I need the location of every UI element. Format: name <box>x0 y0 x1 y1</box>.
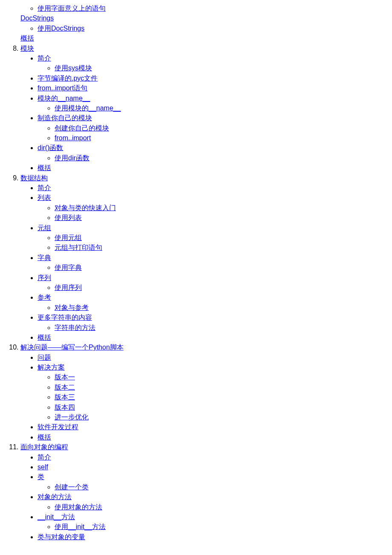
section-link[interactable]: __init__方法 <box>37 513 75 520</box>
subsection-link[interactable]: 版本一 <box>55 373 75 381</box>
subsection-item: 版本四 <box>55 403 389 412</box>
toc-main-list: 模块简介使用sys模块字节编译的.pyc文件from..import语句模块的_… <box>3 44 389 542</box>
section-item: __init__方法使用__init__方法 <box>37 512 389 532</box>
subsection-link[interactable]: 使用序列 <box>55 284 82 291</box>
subsection-list: 使用模块的__name__ <box>37 104 389 113</box>
subsection-link[interactable]: 对象与参考 <box>55 304 89 311</box>
section-link[interactable]: 类与对象的变量 <box>37 533 85 541</box>
section-item: 对象的方法使用对象的方法 <box>37 492 389 512</box>
section-link[interactable]: dir()函数 <box>37 144 63 151</box>
chapter-9: 数据结构简介列表对象与类的快速入门使用列表元组使用元组元组与打印语句字典使用字典… <box>20 173 389 343</box>
section-link[interactable]: 对象的方法 <box>37 493 72 500</box>
link-docstrings[interactable]: DocStrings <box>20 14 54 22</box>
section-link[interactable]: 问题 <box>37 354 51 361</box>
subsection-item: 使用元组 <box>55 233 389 243</box>
chapter-section-list: 简介使用sys模块字节编译的.pyc文件from..import语句模块的__n… <box>20 54 389 173</box>
docstrings-sub: 使用DocStrings <box>20 24 389 33</box>
subsection-link[interactable]: from..import <box>55 134 91 142</box>
subsection-link[interactable]: 创建你自己的模块 <box>55 124 109 132</box>
section-item: self <box>37 462 389 472</box>
subsection-link[interactable]: 创建一个类 <box>55 483 89 491</box>
subsection-link[interactable]: 字符串的方法 <box>55 324 95 331</box>
section-item: 模块的__name__使用模块的__name__ <box>37 94 389 113</box>
section-link[interactable]: 简介 <box>37 184 51 191</box>
section-link[interactable]: 概括 <box>37 334 51 341</box>
subsection-item: 创建一个类 <box>55 483 389 492</box>
partial-top-subitem: 使用字面意义上的语句 <box>37 4 389 13</box>
toc-item-docstrings: DocStrings 使用DocStrings <box>20 14 389 33</box>
subsection-list: 创建你自己的模块from..import <box>37 124 389 143</box>
section-item: 概括 <box>37 433 389 442</box>
section-link[interactable]: 元组 <box>37 224 51 231</box>
section-link[interactable]: from..import语句 <box>37 84 87 92</box>
section-link[interactable]: 序列 <box>37 274 51 281</box>
subsection-item: 版本三 <box>55 393 389 402</box>
partial-top-sub: 使用字面意义上的语句 <box>20 4 389 13</box>
chapter-link[interactable]: 解决问题——编写一个Python脚本 <box>20 344 124 351</box>
link-partial-top-sub[interactable]: 使用字面意义上的语句 <box>37 5 106 12</box>
subsection-item: 使用序列 <box>55 283 389 292</box>
subsection-link[interactable]: 使用列表 <box>55 214 82 221</box>
section-item: 类创建一个类 <box>37 472 389 492</box>
subsection-link[interactable]: 使用sys模块 <box>55 64 92 72</box>
subsection-item: 字符串的方法 <box>55 323 389 332</box>
section-link[interactable]: 字节编译的.pyc文件 <box>37 75 98 82</box>
section-item: 序列使用序列 <box>37 273 389 293</box>
chapter-link[interactable]: 模块 <box>20 45 34 52</box>
subsection-list: 使用序列 <box>37 283 389 292</box>
subsection-link[interactable]: 对象与类的快速入门 <box>55 204 116 211</box>
subsection-item: 使用模块的__name__ <box>55 104 389 113</box>
section-link[interactable]: 制造你自己的模块 <box>37 114 92 121</box>
section-link[interactable]: 参考 <box>37 294 51 301</box>
section-item: 简介 <box>37 183 389 193</box>
section-link[interactable]: 更多字符串的内容 <box>37 314 92 321</box>
subsection-list: 使用元组元组与打印语句 <box>37 233 389 253</box>
section-link[interactable]: 概括 <box>37 164 51 171</box>
section-link[interactable]: 解决方案 <box>37 364 65 371</box>
subsection-link[interactable]: 使用__init__方法 <box>55 523 106 530</box>
subsection-item: 使用sys模块 <box>55 64 389 73</box>
subsection-list: 使用sys模块 <box>37 64 389 73</box>
section-link[interactable]: 概括 <box>37 434 51 441</box>
section-link[interactable]: 类 <box>37 473 44 480</box>
section-link[interactable]: self <box>37 463 48 471</box>
link-summary-7[interactable]: 概括 <box>20 35 34 42</box>
subsection-list: 使用字典 <box>37 263 389 272</box>
section-link[interactable]: 列表 <box>37 194 51 201</box>
subsection-link[interactable]: 使用模块的__name__ <box>55 104 121 112</box>
section-item: 类与对象的变量 <box>37 532 389 542</box>
section-item: 解决方案版本一版本二版本三版本四进一步优化 <box>37 363 389 422</box>
subsection-list: 使用dir函数 <box>37 153 389 163</box>
section-link[interactable]: 字典 <box>37 254 51 261</box>
section-item: 字典使用字典 <box>37 253 389 273</box>
subsection-list: 对象与类的快速入门使用列表 <box>37 203 389 223</box>
subsection-link[interactable]: 使用dir函数 <box>55 154 89 162</box>
subsection-link[interactable]: 版本二 <box>55 384 75 391</box>
section-link[interactable]: 简介 <box>37 55 51 62</box>
subsection-item: 元组与打印语句 <box>55 243 389 252</box>
section-item: 软件开发过程 <box>37 422 389 432</box>
subsection-link[interactable]: 使用元组 <box>55 234 82 241</box>
chapter-link[interactable]: 面向对象的编程 <box>20 443 68 451</box>
subsection-link[interactable]: 元组与打印语句 <box>55 244 102 251</box>
subsection-item: 创建你自己的模块 <box>55 124 389 133</box>
subsection-item: 使用__init__方法 <box>55 522 389 532</box>
section-link[interactable]: 软件开发过程 <box>37 423 78 431</box>
subsection-link[interactable]: 进一步优化 <box>55 413 89 421</box>
subsection-list: 版本一版本二版本三版本四进一步优化 <box>37 373 389 422</box>
subsection-link[interactable]: 版本四 <box>55 404 75 411</box>
subsection-item: 版本一 <box>55 373 389 382</box>
subsection-link[interactable]: 版本三 <box>55 393 75 401</box>
subsection-link[interactable]: 使用对象的方法 <box>55 503 102 511</box>
section-item: 问题 <box>37 353 389 362</box>
section-link[interactable]: 模块的__name__ <box>37 95 90 102</box>
section-link[interactable]: 简介 <box>37 454 51 461</box>
subsection-link[interactable]: 使用字典 <box>55 264 82 271</box>
link-docstrings-sub[interactable]: 使用DocStrings <box>37 25 84 32</box>
subsection-list: 使用__init__方法 <box>37 522 389 532</box>
section-item: 简介 <box>37 453 389 462</box>
section-item: 更多字符串的内容字符串的方法 <box>37 313 389 332</box>
section-item: 简介使用sys模块 <box>37 54 389 73</box>
chapter-link[interactable]: 数据结构 <box>20 174 48 182</box>
section-item: 元组使用元组元组与打印语句 <box>37 223 389 253</box>
